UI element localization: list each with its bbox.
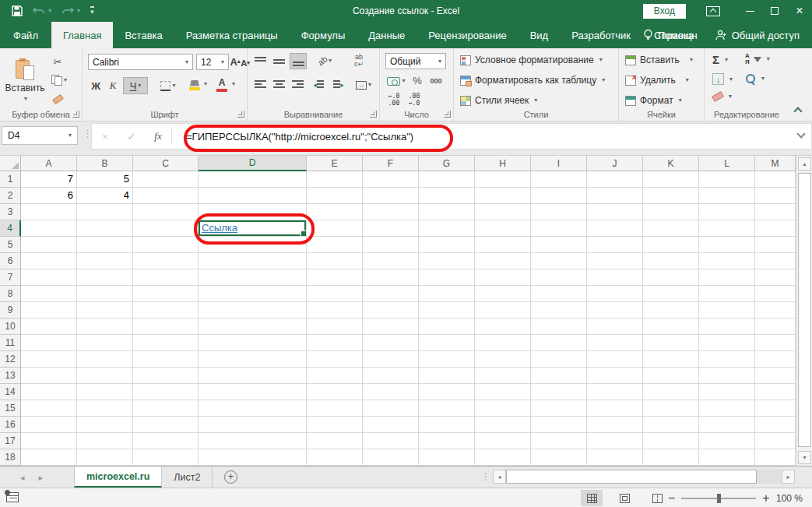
cell-I3[interactable]	[531, 204, 587, 220]
cell-J14[interactable]	[587, 384, 643, 400]
cell-J9[interactable]	[587, 302, 643, 319]
cell-B13[interactable]	[77, 368, 133, 384]
comma-format-button[interactable]: 000	[427, 75, 445, 87]
cell-C17[interactable]	[133, 433, 199, 449]
horizontal-scroll-thumb[interactable]	[506, 470, 757, 484]
ribbon-tab-Рецензирование[interactable]: Рецензирование	[417, 22, 518, 48]
format-painter-button[interactable]	[50, 92, 65, 106]
align-left-button[interactable]	[252, 78, 268, 92]
clipboard-dialog-launcher-icon[interactable]	[72, 111, 79, 118]
cell-K12[interactable]	[643, 351, 699, 368]
cell-B6[interactable]	[77, 253, 133, 269]
cell-I12[interactable]	[531, 351, 587, 368]
formula-input[interactable]: =ГИПЕРССЫЛКА("http://microexcel.ru";"Ссы…	[186, 131, 413, 143]
cell-L15[interactable]	[699, 400, 755, 417]
cell-L1[interactable]	[699, 171, 755, 188]
delete-cells-button[interactable]: Удалить▾	[625, 75, 689, 86]
cell-E4[interactable]	[307, 220, 363, 237]
percent-format-button[interactable]: %	[411, 73, 424, 87]
ribbon-tab-Вид[interactable]: Вид	[518, 22, 561, 48]
cell-C6[interactable]	[133, 253, 199, 269]
cell-A2[interactable]: 6	[21, 188, 77, 204]
ribbon-tab-Данные[interactable]: Данные	[357, 22, 417, 48]
scroll-right-icon[interactable]: ▸	[782, 470, 795, 484]
cell-M3[interactable]	[755, 204, 796, 220]
merge-center-button[interactable]: ↔▾	[352, 78, 375, 92]
column-header-M[interactable]: M	[755, 156, 796, 171]
row-header-13[interactable]: 13	[0, 368, 21, 384]
cell-D3[interactable]	[199, 204, 307, 220]
cell-B17[interactable]	[77, 433, 133, 449]
cell-F5[interactable]	[363, 237, 419, 253]
ribbon-tab-Файл[interactable]: Файл	[0, 22, 51, 48]
new-sheet-button[interactable]: +	[224, 470, 237, 484]
cell-C7[interactable]	[133, 269, 199, 286]
cell-H14[interactable]	[475, 384, 531, 400]
cell-D17[interactable]	[199, 433, 307, 449]
vertical-scrollbar[interactable]: ▴ ▾	[796, 156, 812, 466]
cell-F1[interactable]	[363, 171, 419, 188]
ribbon-tab-Вставка[interactable]: Вставка	[113, 22, 174, 48]
cell-K13[interactable]	[643, 368, 699, 384]
cell-F4[interactable]	[363, 220, 419, 237]
select-all-corner[interactable]	[0, 156, 21, 171]
cell-G3[interactable]	[419, 204, 475, 220]
format-cells-button[interactable]: Формат▾	[625, 95, 682, 106]
cell-K4[interactable]	[643, 220, 699, 237]
cell-M13[interactable]	[755, 368, 796, 384]
row-header-8[interactable]: 8	[0, 286, 21, 302]
alignment-dialog-launcher-icon[interactable]	[370, 111, 377, 118]
macro-record-icon[interactable]	[6, 492, 19, 502]
cell-J17[interactable]	[587, 433, 643, 449]
cell-L11[interactable]	[699, 335, 755, 351]
increase-font-size-button[interactable]: A▴	[230, 54, 240, 69]
cell-J7[interactable]	[587, 269, 643, 286]
cell-K16[interactable]	[643, 417, 699, 433]
cell-M5[interactable]	[755, 237, 796, 253]
font-size-combo[interactable]: 12▾	[196, 54, 229, 70]
maximize-button[interactable]	[762, 0, 787, 22]
wrap-text-button[interactable]: abc↵	[347, 51, 371, 70]
cell-A13[interactable]	[21, 368, 77, 384]
cell-C11[interactable]	[133, 335, 199, 351]
row-header-15[interactable]: 15	[0, 400, 21, 417]
row-header-12[interactable]: 12	[0, 351, 21, 368]
cell-E12[interactable]	[307, 351, 363, 368]
autosum-button[interactable]: Σ▾	[712, 53, 728, 66]
cell-E14[interactable]	[307, 384, 363, 400]
cell-M14[interactable]	[755, 384, 796, 400]
cell-M12[interactable]	[755, 351, 796, 368]
cell-E7[interactable]	[307, 269, 363, 286]
cell-A10[interactable]	[21, 319, 77, 335]
view-page-break-button[interactable]	[646, 490, 668, 506]
decrease-indent-button[interactable]: ◂	[310, 78, 327, 92]
cell-C4[interactable]	[133, 220, 199, 237]
column-header-E[interactable]: E	[307, 156, 363, 171]
zoom-in-icon[interactable]: +	[762, 491, 769, 505]
align-center-button[interactable]	[271, 78, 286, 92]
copy-button[interactable]: ▾	[48, 73, 70, 87]
cell-E2[interactable]	[307, 188, 363, 204]
cell-H5[interactable]	[475, 237, 531, 253]
cell-A7[interactable]	[21, 269, 77, 286]
cell-G9[interactable]	[419, 302, 475, 319]
cell-H1[interactable]	[475, 171, 531, 188]
cell-J16[interactable]	[587, 417, 643, 433]
cell-C3[interactable]	[133, 204, 199, 220]
cell-I9[interactable]	[531, 302, 587, 319]
zoom-out-icon[interactable]: −	[668, 491, 675, 505]
cell-K7[interactable]	[643, 269, 699, 286]
row-header-14[interactable]: 14	[0, 384, 21, 400]
find-select-button[interactable]: ▾	[745, 73, 765, 84]
cell-M17[interactable]	[755, 433, 796, 449]
cell-C14[interactable]	[133, 384, 199, 400]
cell-A14[interactable]	[21, 384, 77, 400]
cell-D16[interactable]	[199, 417, 307, 433]
cell-G16[interactable]	[419, 417, 475, 433]
cell-J6[interactable]	[587, 253, 643, 269]
ribbon-display-options-icon[interactable]	[706, 6, 720, 16]
column-header-F[interactable]: F	[363, 156, 419, 171]
cell-K1[interactable]	[643, 171, 699, 188]
cell-D4[interactable]: Ссылка	[199, 220, 307, 237]
cell-I6[interactable]	[531, 253, 587, 269]
